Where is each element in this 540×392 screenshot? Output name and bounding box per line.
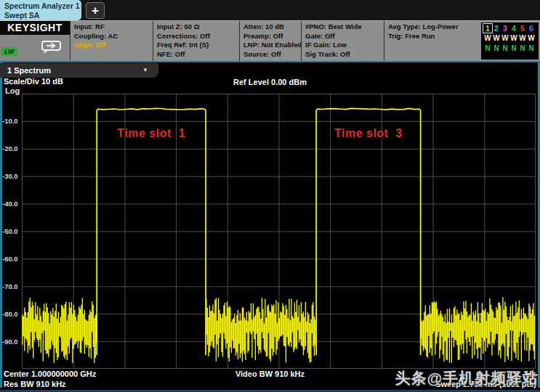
y-axis-label: -50.0 <box>2 227 18 235</box>
spectrum-plot[interactable]: -10.0-20.0-30.0-40.0-50.0-60.0-70.0-80.0… <box>0 0 540 392</box>
y-axis-label: -90.0 <box>2 338 18 346</box>
spectrum-analyzer-screen: Spectrum Analyzer 1▼ Swept SA + KEYSIGHT… <box>0 0 540 392</box>
y-axis-label: -20.0 <box>2 144 18 152</box>
y-axis-label: -60.0 <box>2 255 18 263</box>
watermark: 头条@手机射频驿站 <box>395 368 539 388</box>
y-axis-label: -70.0 <box>2 282 18 290</box>
y-axis-label: -80.0 <box>2 310 18 318</box>
y-axis-label: -40.0 <box>2 200 18 208</box>
y-axis-label: -30.0 <box>2 172 18 180</box>
time-slot-label: Time slot 3 <box>334 127 403 140</box>
time-slot-label: Time slot 1 <box>117 127 185 140</box>
y-axis-label: -10.0 <box>2 117 18 125</box>
res-bw-label[interactable]: Res BW 910 kHz <box>4 380 66 388</box>
